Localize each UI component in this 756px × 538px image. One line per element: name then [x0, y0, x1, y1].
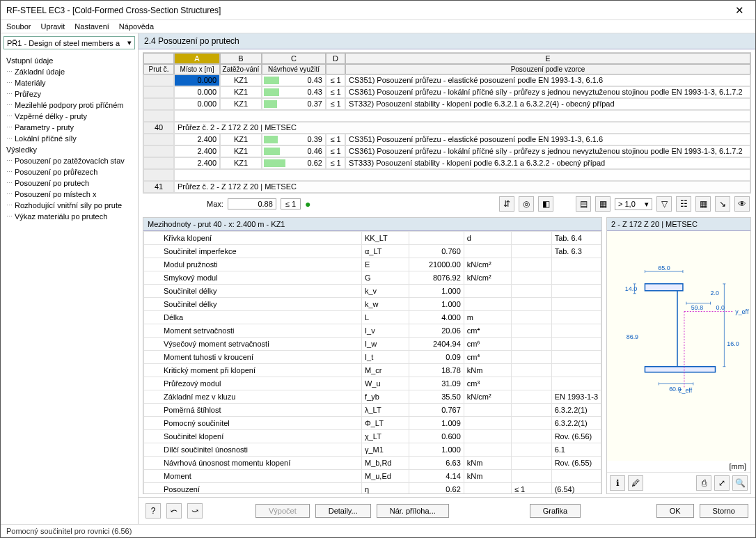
col-E[interactable]: E — [345, 53, 750, 64]
menu-file[interactable]: Soubor — [6, 22, 31, 31]
col-B[interactable]: B — [220, 53, 262, 64]
detail-row[interactable]: DélkaL4.000m — [144, 311, 601, 324]
tree-item[interactable]: Vzpěrné délky - pruty — [6, 111, 135, 122]
tree-item[interactable]: Průřezy — [6, 88, 135, 100]
print-icon[interactable]: ⎙ — [696, 475, 711, 491]
tree-item[interactable]: Posouzení po prutech — [6, 177, 135, 189]
row-hdr[interactable] — [143, 74, 174, 86]
detail-row[interactable]: Součinitel klopeníχ_LT0.600Rov. (6.56) — [144, 430, 601, 443]
detail-row[interactable]: MomentM_u,Ed4.14kNm — [144, 470, 601, 483]
tool-icon-1[interactable]: ⇵ — [499, 196, 514, 212]
calc-button[interactable]: Výpočet — [255, 504, 310, 518]
cell-x[interactable]: 0.000 — [174, 98, 220, 110]
tree-item[interactable]: Posouzení po zatěžovacích stav — [6, 155, 135, 166]
section-no[interactable]: 40 — [143, 122, 174, 134]
cell-util[interactable]: 0.43 — [262, 74, 326, 86]
menu-edit[interactable]: Upravit — [40, 22, 65, 31]
col-D[interactable]: D — [326, 53, 345, 64]
detail-row[interactable]: Dílčí součinitel únosnostiγ_M11.0006.1 — [144, 443, 601, 457]
row-hdr[interactable] — [143, 145, 174, 157]
excel-icon[interactable]: ▦ — [695, 196, 711, 212]
detail-row[interactable]: Kritický moment při klopeníM_cr18.78kNm — [144, 364, 601, 377]
detail-row[interactable]: Smykový modulG8076.92kN/cm² — [144, 271, 601, 285]
cell-desc[interactable]: CS351) Posouzení průřezu - elastické pos… — [345, 74, 750, 86]
national-annex-button[interactable]: Nár. příloha... — [377, 504, 449, 518]
pick-icon[interactable]: ↘ — [715, 196, 730, 212]
cancel-button[interactable]: Storno — [700, 504, 748, 518]
detail-row[interactable]: Moment setrvačnostiI_v20.06cm⁴ — [144, 324, 601, 338]
tree-group-results[interactable]: Výsledky — [6, 144, 135, 155]
cell-desc[interactable]: CS361) Posouzení průřezu - lokální příčn… — [345, 145, 750, 157]
detail-row[interactable]: Výsečový moment setrvačnostiI_w2404.94cm… — [144, 338, 601, 351]
cell-util[interactable]: 0.62 — [262, 157, 326, 169]
tree-item[interactable]: Lokální příčné síly — [6, 133, 135, 144]
detail-row[interactable]: Křivka klopeníKK_LTdTab. 6.4 — [144, 232, 601, 245]
preview-body[interactable]: 65.0 14.0 2.0 59.8 0.0 y_eff 86.9 16.0 6… — [607, 231, 750, 461]
axes-icon[interactable]: ⤢ — [714, 475, 730, 491]
ok-button[interactable]: OK — [656, 504, 694, 518]
query-icon[interactable]: 🔍 — [732, 475, 748, 491]
cell-util[interactable]: 0.43 — [262, 86, 326, 98]
details-grid[interactable]: Křivka klopeníKK_LTdTab. 6.4Součinitel i… — [143, 231, 601, 493]
cell-util[interactable]: 0.37 — [262, 98, 326, 110]
ratio-filter[interactable]: > 1,0▾ — [615, 198, 652, 210]
detail-row[interactable]: Průřezový modulW_u31.09cm³ — [144, 377, 601, 390]
cell-load[interactable]: KZ1 — [220, 145, 262, 157]
row-hdr[interactable] — [143, 134, 174, 145]
detail-row[interactable]: Posouzeníη0.62≤ 1(6.54) — [144, 483, 601, 494]
tree-item[interactable]: Rozhodující vnitřní síly po prute — [6, 200, 135, 211]
help-icon[interactable]: ? — [145, 503, 161, 519]
detail-row[interactable]: Pomocný součinitelΦ_LT1.0096.3.2.2(1) — [144, 417, 601, 430]
row-hdr[interactable] — [143, 86, 174, 98]
filter-icon[interactable]: ▽ — [656, 196, 672, 212]
tree-item[interactable]: Posouzení po průřezech — [6, 166, 135, 177]
cell-desc[interactable]: ST332) Posouzení stability - klopení pod… — [345, 98, 750, 110]
menu-settings[interactable]: Nastavení — [74, 22, 109, 31]
case-selector[interactable]: PŘ1 - Design of steel members a ▾ — [3, 36, 135, 49]
tree-item[interactable]: Posouzení po místech x — [6, 189, 135, 200]
info-icon[interactable]: ℹ — [610, 475, 625, 491]
row-hdr[interactable] — [143, 98, 174, 110]
tool-icon-2[interactable]: ◎ — [519, 196, 534, 212]
tree-item[interactable]: Výkaz materiálu po prutech — [6, 211, 135, 222]
eye-icon[interactable]: 👁 — [734, 196, 750, 212]
detail-row[interactable]: Návrhová únosnost momentu klopeníM_b,Rd6… — [144, 457, 601, 470]
cell-load[interactable]: KZ1 — [220, 157, 262, 169]
cell-util[interactable]: 0.39 — [262, 134, 326, 145]
tool-icon-3[interactable]: ◧ — [538, 196, 553, 212]
cell-load[interactable]: KZ1 — [220, 86, 262, 98]
close-icon[interactable]: ✕ — [729, 4, 750, 17]
detail-row[interactable]: Poměrná štíhlostλ_LT0.7676.3.2.2(1) — [144, 404, 601, 417]
detail-row[interactable]: Součinitel imperfekceα_LT0.760Tab. 6.3 — [144, 245, 601, 258]
detail-row[interactable]: Základní mez v kluzuf_yb35.50kN/cm²EN 19… — [144, 390, 601, 404]
paint-icon[interactable]: 🖉 — [628, 475, 643, 491]
detail-row[interactable]: Součinitel délkyk_v1.000 — [144, 285, 601, 298]
tree-item[interactable]: Základní údaje — [6, 66, 135, 77]
next-icon[interactable]: ⤻ — [187, 503, 203, 519]
row-hdr[interactable] — [143, 157, 174, 169]
detail-row[interactable]: Součinitel délkyk_w1.000 — [144, 298, 601, 311]
cell-x[interactable]: 2.400 — [174, 145, 220, 157]
tree-item[interactable]: Mezilehlé podpory proti příčném — [6, 100, 135, 111]
tool-icon-4[interactable]: ▤ — [576, 196, 591, 212]
cell-load[interactable]: KZ1 — [220, 98, 262, 110]
detail-row[interactable]: Moment tuhosti v krouceníI_t0.09cm⁴ — [144, 351, 601, 364]
cell-util[interactable]: 0.46 — [262, 145, 326, 157]
cell-x[interactable]: 0.000 — [174, 74, 220, 86]
graphics-button[interactable]: Grafika — [530, 504, 581, 518]
tree-item[interactable]: Parametry - pruty — [6, 122, 135, 133]
cell-desc[interactable]: CS351) Posouzení průřezu - elastické pos… — [345, 134, 750, 145]
prev-icon[interactable]: ⤺ — [166, 503, 182, 519]
tool-icon-5[interactable]: ▦ — [595, 196, 611, 212]
cell-x[interactable]: 2.400 — [174, 134, 220, 145]
cell-load[interactable]: KZ1 — [220, 134, 262, 145]
cell-x[interactable]: 2.400 — [174, 157, 220, 169]
cell-load[interactable]: KZ1 — [220, 74, 262, 86]
max-value[interactable] — [228, 198, 276, 209]
section-no[interactable]: 41 — [143, 181, 174, 193]
cell-desc[interactable]: ST333) Posouzení stability - klopení pod… — [345, 157, 750, 169]
cell-desc[interactable]: CS361) Posouzení průřezu - lokální příčn… — [345, 86, 750, 98]
cell-x[interactable]: 0.000 — [174, 86, 220, 98]
detail-row[interactable]: Modul pružnostiE21000.00kN/cm² — [144, 258, 601, 271]
col-A[interactable]: A — [174, 53, 220, 64]
